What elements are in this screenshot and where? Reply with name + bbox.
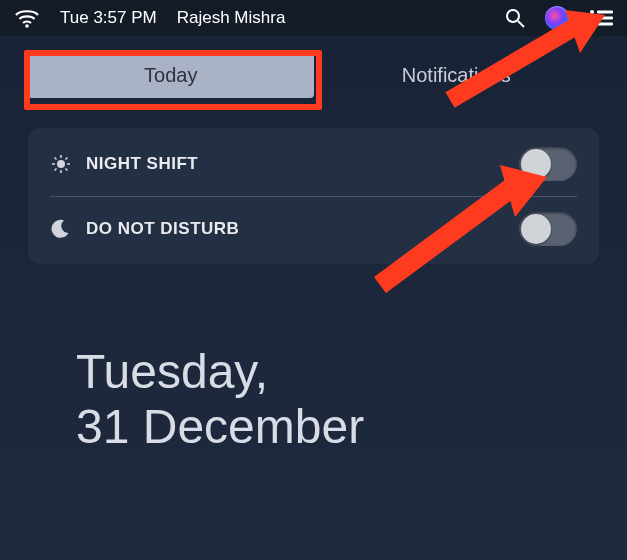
notification-center-panel: Today Notifications NIGHT SHIFT (0, 36, 627, 560)
tab-notifications-label: Notifications (402, 64, 511, 87)
toggle-knob (521, 149, 551, 179)
svg-point-0 (25, 24, 29, 28)
quick-settings-card: NIGHT SHIFT DO NOT DISTURB (28, 128, 599, 264)
svg-point-5 (590, 16, 594, 20)
svg-point-3 (590, 10, 594, 14)
svg-point-7 (590, 22, 594, 26)
svg-rect-4 (597, 11, 613, 14)
night-shift-label: NIGHT SHIFT (86, 154, 198, 174)
do-not-disturb-row: DO NOT DISTURB (50, 196, 577, 260)
night-shift-row: NIGHT SHIFT (50, 132, 577, 196)
date-weekday: Tuesday, (76, 344, 599, 399)
siri-icon[interactable] (545, 6, 569, 30)
date-day-month: 31 December (76, 399, 599, 454)
do-not-disturb-label: DO NOT DISTURB (86, 219, 239, 239)
svg-line-2 (518, 21, 524, 27)
today-date-display: Tuesday, 31 December (76, 344, 599, 454)
do-not-disturb-toggle[interactable] (519, 212, 577, 246)
menubar-datetime[interactable]: Tue 3:57 PM (60, 8, 157, 28)
nc-tab-row: Today Notifications (28, 52, 599, 98)
notification-center-icon[interactable] (589, 9, 613, 27)
spotlight-search-icon[interactable] (505, 8, 525, 28)
night-shift-toggle[interactable] (519, 147, 577, 181)
moon-icon (50, 219, 78, 239)
svg-point-1 (507, 10, 519, 22)
night-shift-icon (50, 153, 78, 175)
svg-point-9 (57, 160, 65, 168)
toggle-knob (521, 214, 551, 244)
tab-notifications[interactable]: Notifications (314, 52, 600, 98)
tab-today[interactable]: Today (28, 52, 314, 98)
tab-today-label: Today (144, 64, 197, 87)
wifi-icon[interactable] (14, 8, 40, 28)
svg-rect-8 (597, 23, 613, 26)
svg-rect-6 (597, 17, 613, 20)
system-menubar: Tue 3:57 PM Rajesh Mishra (0, 0, 627, 36)
menubar-username[interactable]: Rajesh Mishra (177, 8, 286, 28)
